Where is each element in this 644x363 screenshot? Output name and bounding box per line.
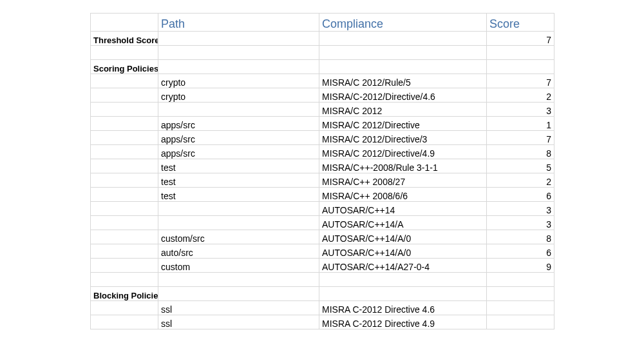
table-cell bbox=[91, 230, 158, 244]
table-row: custom/srcAUTOSAR/C++14/A/08 bbox=[91, 230, 554, 244]
table-cell bbox=[158, 103, 319, 117]
table-cell bbox=[91, 259, 158, 273]
header-row: Path Compliance Score bbox=[91, 14, 554, 32]
table-cell bbox=[487, 301, 554, 315]
table-cell: crypto bbox=[158, 74, 319, 88]
table-cell bbox=[91, 131, 158, 145]
table-cell bbox=[487, 46, 554, 60]
table-cell: apps/src bbox=[158, 117, 319, 131]
table-cell bbox=[319, 287, 487, 301]
table-cell: auto/src bbox=[158, 244, 319, 259]
table-cell: test bbox=[158, 188, 319, 202]
table-cell bbox=[91, 117, 158, 131]
table-cell: AUTOSAR/C++14/A/0 bbox=[319, 230, 487, 244]
table-cell: custom bbox=[158, 259, 319, 273]
table-cell: 2 bbox=[487, 88, 554, 103]
table-cell: custom/src bbox=[158, 230, 319, 244]
table-cell bbox=[91, 188, 158, 202]
table-cell bbox=[91, 46, 158, 60]
table-cell: Threshold Score bbox=[91, 32, 158, 46]
table-cell bbox=[91, 145, 158, 159]
policies-table: Path Compliance Score Threshold Score7Sc… bbox=[90, 13, 554, 329]
table-cell bbox=[91, 216, 158, 230]
header-blank bbox=[91, 14, 158, 32]
table-row: customAUTOSAR/C++14/A27-0-49 bbox=[91, 259, 554, 273]
table-row: testMISRA/C++-2008/Rule 3-1-15 bbox=[91, 159, 554, 173]
table-cell: MISRA/C 2012/Directive/3 bbox=[319, 131, 487, 145]
table-cell bbox=[91, 74, 158, 88]
table-cell: 2 bbox=[487, 173, 554, 188]
table-cell: test bbox=[158, 159, 319, 173]
table-cell bbox=[319, 60, 487, 74]
table-cell: MISRA/C 2012 bbox=[319, 103, 487, 117]
table-cell bbox=[158, 32, 319, 46]
header-score: Score bbox=[487, 14, 554, 32]
table-cell: crypto bbox=[158, 88, 319, 103]
table-cell: 1 bbox=[487, 117, 554, 131]
table-cell: Scoring Policies bbox=[91, 60, 158, 74]
table-cell: MISRA/C++ 2008/27 bbox=[319, 173, 487, 188]
table-cell bbox=[91, 315, 158, 329]
table-row: cryptoMISRA/C 2012/Rule/57 bbox=[91, 74, 554, 88]
table-cell: ssl bbox=[158, 315, 319, 329]
table-cell bbox=[91, 301, 158, 315]
table-cell bbox=[319, 273, 487, 287]
table-cell bbox=[91, 103, 158, 117]
table-row bbox=[91, 273, 554, 287]
table-row: cryptoMISRA/C-2012/Directive/4.62 bbox=[91, 88, 554, 103]
table-cell bbox=[319, 32, 487, 46]
table-row: Threshold Score7 bbox=[91, 32, 554, 46]
table-cell: AUTOSAR/C++14/A bbox=[319, 216, 487, 230]
table-row: Scoring Policies bbox=[91, 60, 554, 74]
table-row: Blocking Policies bbox=[91, 287, 554, 301]
table-row: testMISRA/C++ 2008/6/66 bbox=[91, 188, 554, 202]
table-cell bbox=[91, 273, 158, 287]
table-row: apps/srcMISRA/C 2012/Directive/4.98 bbox=[91, 145, 554, 159]
table-row: MISRA/C 20123 bbox=[91, 103, 554, 117]
table-cell: MISRA/C 2012/Directive bbox=[319, 117, 487, 131]
table-cell: apps/src bbox=[158, 131, 319, 145]
table-cell: MISRA/C++-2008/Rule 3-1-1 bbox=[319, 159, 487, 173]
table-cell: MISRA/C 2012/Directive/4.9 bbox=[319, 145, 487, 159]
table-cell: 3 bbox=[487, 216, 554, 230]
table-cell: AUTOSAR/C++14/A/0 bbox=[319, 244, 487, 259]
table-cell: 7 bbox=[487, 131, 554, 145]
table-cell: 8 bbox=[487, 230, 554, 244]
table-cell bbox=[487, 315, 554, 329]
table-cell bbox=[487, 287, 554, 301]
table-row: sslMISRA C-2012 Directive 4.6 bbox=[91, 301, 554, 315]
table-cell: test bbox=[158, 173, 319, 188]
header-compliance: Compliance bbox=[319, 14, 487, 32]
table-cell bbox=[487, 60, 554, 74]
table-row: AUTOSAR/C++143 bbox=[91, 202, 554, 216]
table-cell: MISRA/C 2012/Rule/5 bbox=[319, 74, 487, 88]
table-cell bbox=[158, 216, 319, 230]
table-row bbox=[91, 46, 554, 60]
table-cell: MISRA/C-2012/Directive/4.6 bbox=[319, 88, 487, 103]
policies-table-container: Path Compliance Score Threshold Score7Sc… bbox=[90, 13, 554, 329]
table-cell: 7 bbox=[487, 32, 554, 46]
table-cell bbox=[158, 287, 319, 301]
table-row: apps/srcMISRA/C 2012/Directive1 bbox=[91, 117, 554, 131]
table-cell: AUTOSAR/C++14 bbox=[319, 202, 487, 216]
table-cell: 8 bbox=[487, 145, 554, 159]
table-cell: MISRA C-2012 Directive 4.6 bbox=[319, 301, 487, 315]
table-cell bbox=[158, 202, 319, 216]
table-row: apps/srcMISRA/C 2012/Directive/37 bbox=[91, 131, 554, 145]
table-cell: 5 bbox=[487, 159, 554, 173]
table-cell: MISRA/C++ 2008/6/6 bbox=[319, 188, 487, 202]
table-cell: apps/src bbox=[158, 145, 319, 159]
table-cell: 6 bbox=[487, 188, 554, 202]
table-cell bbox=[319, 46, 487, 60]
table-row: sslMISRA C-2012 Directive 4.9 bbox=[91, 315, 554, 329]
table-cell bbox=[91, 159, 158, 173]
table-cell: 6 bbox=[487, 244, 554, 259]
table-cell: 3 bbox=[487, 103, 554, 117]
header-path: Path bbox=[158, 14, 319, 32]
table-cell bbox=[91, 244, 158, 259]
table-cell bbox=[158, 46, 319, 60]
table-cell bbox=[158, 273, 319, 287]
table-cell: 3 bbox=[487, 202, 554, 216]
table-cell bbox=[487, 273, 554, 287]
table-row: testMISRA/C++ 2008/272 bbox=[91, 173, 554, 188]
